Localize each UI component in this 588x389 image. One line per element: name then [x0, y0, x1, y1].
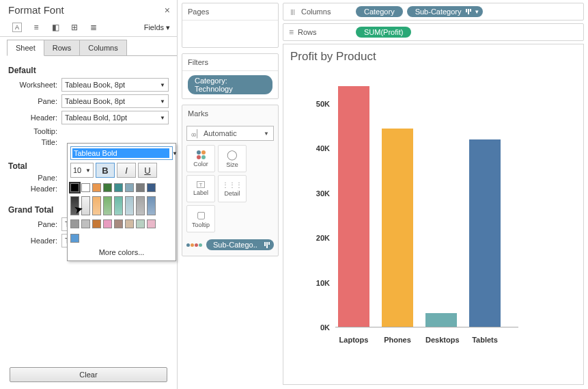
color-icon — [197, 150, 206, 159]
sort-icon — [264, 242, 270, 248]
chevron-down-icon: ▼ — [172, 150, 178, 157]
color-swatch[interactable] — [92, 219, 101, 228]
sort-icon — [466, 9, 471, 14]
marks-title: Marks — [182, 105, 278, 122]
marks-size-button[interactable]: ◯Size — [218, 145, 247, 172]
chevron-down-icon: ▼ — [160, 115, 165, 121]
marks-tooltip-button[interactable]: ▢Tooltip — [186, 205, 215, 232]
marks-type-dropdown[interactable]: ₀₀│Automatic ▼ — [186, 126, 274, 141]
color-swatch[interactable] — [125, 219, 134, 228]
color-swatch[interactable] — [147, 183, 156, 192]
pages-shelf[interactable] — [182, 20, 278, 47]
font-name-dropdown[interactable]: ▼ — [70, 146, 173, 160]
x-axis-labels: LaptopsPhonesDesktopsTablets — [335, 336, 518, 344]
color-swatch[interactable] — [70, 196, 79, 215]
panel-title: Format Font — [8, 4, 64, 16]
label-pane: Pane: — [8, 97, 61, 105]
col-pill-category[interactable]: Category — [356, 6, 403, 17]
tab-rows[interactable]: Rows — [44, 40, 81, 55]
color-swatch[interactable] — [136, 183, 145, 192]
color-swatch[interactable] — [125, 183, 134, 192]
color-swatch[interactable] — [114, 196, 123, 215]
color-swatch-extra[interactable] — [70, 234, 79, 243]
label-title: Title: — [8, 138, 61, 146]
filters-title: Filters — [182, 54, 278, 70]
tab-columns[interactable]: Columns — [79, 40, 126, 55]
font-name-input[interactable] — [72, 148, 169, 158]
color-swatch[interactable] — [70, 183, 79, 192]
color-tall-rows — [70, 195, 173, 217]
italic-button[interactable]: I — [117, 163, 136, 178]
dropdown-header-default[interactable]: Tableau Bold, 10pt▼ — [61, 111, 169, 124]
color-swatch[interactable] — [114, 183, 123, 192]
color-icon — [186, 243, 202, 247]
color-swatch[interactable] — [136, 196, 145, 215]
row-pill-profit[interactable]: SUM(Profit) — [356, 27, 411, 38]
label-header-total: Header: — [8, 185, 61, 193]
pages-card: Pages — [182, 3, 279, 48]
marks-pill-subcategory[interactable]: Sub-Catego.. — [206, 239, 274, 250]
rows-icon: ≡ — [289, 27, 294, 37]
close-icon[interactable]: × — [165, 5, 170, 16]
marks-color-button[interactable]: Color — [186, 145, 215, 172]
dropdown-pane-default[interactable]: Tableau Book, 8pt▼ — [61, 94, 169, 108]
color-swatch[interactable] — [136, 219, 145, 228]
color-swatch[interactable] — [103, 183, 112, 192]
bar[interactable] — [338, 86, 369, 327]
tab-sheet[interactable]: Sheet — [7, 40, 44, 56]
bar-chart-icon: ₀₀│ — [191, 129, 199, 138]
marks-card: Marks ₀₀│Automatic ▼ Color ◯Size TLabel … — [182, 105, 279, 256]
borders-icon[interactable]: ⊞ — [70, 23, 79, 32]
bar[interactable] — [382, 129, 413, 327]
clear-button[interactable]: Clear — [10, 367, 167, 382]
rows-shelf[interactable]: ≡Rows SUM(Profit) — [283, 23, 584, 41]
columns-shelf[interactable]: ⫼Columns Category Sub-Category ▾ — [283, 3, 584, 21]
font-picker-popup: ▼ 10▼ B I U More colors... — [67, 143, 176, 261]
color-swatch[interactable] — [147, 196, 156, 215]
bold-button[interactable]: B — [96, 163, 115, 178]
marks-detail-button[interactable]: ⋮⋮⋮Detail — [218, 175, 247, 202]
bar[interactable] — [425, 313, 457, 327]
col-pill-subcategory[interactable]: Sub-Category ▾ — [407, 6, 483, 17]
chevron-down-icon: ▾ — [475, 8, 479, 15]
label-pane-total: Pane: — [8, 174, 61, 182]
more-colors-link[interactable]: More colors... — [70, 244, 173, 258]
color-row-1 — [70, 182, 173, 193]
filters-shelf[interactable]: Category: Technology — [182, 70, 278, 98]
color-swatch[interactable] — [103, 196, 112, 215]
chevron-down-icon: ▾ — [166, 23, 170, 32]
color-swatch[interactable] — [125, 196, 134, 215]
color-swatch[interactable] — [92, 196, 101, 215]
color-swatch[interactable] — [81, 219, 90, 228]
lines-icon[interactable]: ≣ — [89, 23, 98, 32]
label-header-grand: Header: — [8, 237, 61, 245]
y-tick-label: 0K — [320, 323, 330, 332]
dropdown-worksheet[interactable]: Tableau Book, 8pt▼ — [61, 78, 169, 92]
color-swatch[interactable] — [70, 219, 79, 228]
label-tooltip: Tooltip: — [8, 127, 61, 135]
y-axis: 0K10K20K30K40K50K — [307, 81, 334, 327]
underline-button[interactable]: U — [138, 163, 157, 178]
color-swatch[interactable] — [81, 183, 90, 192]
chevron-down-icon: ▼ — [160, 98, 165, 105]
font-a-icon[interactable]: A — [12, 23, 22, 32]
marks-label-button[interactable]: TLabel — [186, 175, 215, 202]
y-tick-label: 50K — [316, 100, 330, 108]
color-swatch[interactable] — [92, 183, 101, 192]
font-size-dropdown[interactable]: 10▼ — [70, 163, 94, 178]
x-tick-label: Phones — [382, 336, 413, 344]
color-swatch[interactable] — [114, 219, 123, 228]
bar[interactable] — [469, 139, 501, 327]
align-icon[interactable]: ≡ — [31, 23, 41, 32]
filter-pill-category[interactable]: Category: Technology — [188, 75, 272, 94]
shading-icon[interactable]: ◧ — [51, 23, 60, 32]
color-swatch[interactable] — [103, 219, 112, 228]
color-swatch[interactable] — [147, 219, 156, 228]
x-tick-label: Desktops — [425, 336, 457, 344]
chevron-down-icon: ▼ — [264, 131, 269, 137]
cards-column: Pages Filters Category: Technology Marks… — [178, 0, 283, 389]
size-icon: ◯ — [227, 149, 238, 160]
viz-column: ⫼Columns Category Sub-Category ▾ ≡Rows S… — [283, 0, 588, 389]
color-swatch[interactable] — [81, 196, 90, 215]
fields-dropdown[interactable]: Fields ▾ — [144, 23, 170, 32]
